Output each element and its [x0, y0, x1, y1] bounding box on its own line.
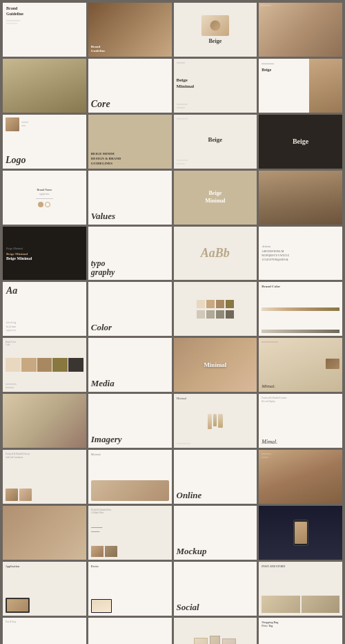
cell-hand-minimal: Minimal [88, 450, 172, 504]
values-label: Values [91, 211, 115, 222]
imagery-label: Imagery [91, 434, 122, 445]
beige-minimal-text: Beige Minimal [177, 77, 255, 90]
typography-label: typo graphy [91, 259, 115, 277]
cell-beige-coffee: Beige [174, 3, 257, 57]
cell-beige-minimal-1: ━━━━━━ Beige Minimal ━━━━━━━━━━━━━━ [174, 59, 257, 113]
cell-social: Social [174, 562, 257, 616]
cell-media: Media [88, 338, 172, 392]
cell-portrait-1: ━━━━━━━━ [259, 3, 342, 57]
cell-mimal-coffee: ━━━━━━━━━━━━ Mimal. [259, 338, 342, 392]
minimal-overlay: Minimal [204, 361, 226, 368]
cell-package: Package [88, 618, 172, 644]
cell-imagery: Imagery [88, 394, 172, 448]
cell-brand-color: Brand Color [259, 282, 342, 336]
cell-values: Values [88, 171, 172, 225]
cell-mockup: Mockup [174, 506, 257, 560]
cell-product-text: Produit & Handled ParisA Helpful Paris ━… [88, 506, 172, 560]
cell-beige-dark: Beige [259, 115, 342, 169]
beige-dark-label: Beige [293, 138, 308, 145]
font-chars: ABCDEFHJKLM NOPQRSTUVWXYZ 1234567890@#$%… [262, 249, 339, 262]
cell-minimal-bottles: Minimal ━━━━━━━━━━ [174, 394, 257, 448]
cell-beige-minimal-tan: Beige Minimal [174, 171, 257, 225]
cell-brand-photo: Brand Guideline [88, 3, 172, 57]
logo-label: Logo [6, 155, 83, 166]
beige-minimal-tan: Beige Minimal [205, 190, 225, 205]
cell-package-box [174, 618, 257, 644]
mimal-label: Mimal. [262, 383, 339, 389]
beige-label-2: Beige [177, 136, 255, 143]
cell-beige-2: ━━━━━━━━ Beige ━━━━━━━━━━━━━━ [174, 115, 257, 169]
shopping-label: Shopping Bag Price Tag [262, 621, 339, 628]
core-label: Core [91, 99, 110, 110]
cell-logo: ━━━━━━━━ Logo [3, 115, 86, 169]
cell-core: Core [88, 59, 172, 113]
cell-beige-portrait: ━━━━━━ Beige [259, 59, 342, 113]
brand-subtitle-lines: ━━━━━━━━━━ ━━━━━━━━ [6, 19, 83, 26]
animo-label: Animo [262, 245, 339, 248]
media-label: Media [91, 378, 115, 389]
cell-hand-photo [259, 171, 342, 225]
brand-color-label: Brand Color [262, 285, 339, 288]
cell-phone-mockup [259, 506, 342, 560]
cell-online: Online [174, 450, 257, 504]
cell-logo-sample: Brand Name tagline here [3, 171, 86, 225]
main-grid: Brand Guideline ━━━━━━━━━━ ━━━━━━━━ Bran… [3, 3, 342, 644]
color-label: Color [91, 322, 112, 333]
beige-label: Beige [209, 38, 222, 44]
cell-typography: typo graphy [88, 227, 172, 281]
cell-beige-guidelines: BEIGE MINIM DESIGN & BRAND GUIDELINES [88, 115, 172, 169]
cell-dark-card: Beige Minimal Beige Minimal Beige Minima… [3, 227, 86, 281]
cell-minimal-photo: Minimal [174, 338, 257, 392]
cell-mimal-text: Produced & Handled Creative& Look Displa… [259, 394, 342, 448]
cell-aa: Aa a b c d e f gh i j k l m no p q r s t… [3, 282, 86, 336]
cell-portrait-2: ━━━━━━━━━━━━ [259, 450, 342, 504]
page-container: Brand Guideline ━━━━━━━━━━ ━━━━━━━━ Bran… [0, 0, 345, 644]
cell-post-card: POST AND STORY [259, 562, 342, 616]
cell-swatches [174, 282, 257, 336]
cell-laptop: Application [3, 562, 86, 616]
cell-palette: Brand ColorCode ━━━━━━━━━━━━━━ [3, 338, 86, 392]
cell-font-sample: AaBb [174, 227, 257, 281]
social-label: Social [177, 602, 199, 613]
mockup-label: Mockup [177, 546, 207, 557]
cell-pottery [3, 394, 86, 448]
cell-product-1: Produced & Handled FactoryAnd And Conclu… [3, 450, 86, 504]
aabb-sample: AaBb [201, 246, 230, 261]
cell-pottery-2 [3, 506, 86, 560]
cell-shopping: Shopping Bag Price Tag Beige [259, 618, 342, 644]
cell-brand-text: Brand Guideline ━━━━━━━━━━ ━━━━━━━━ [3, 3, 86, 57]
brand-title: Brand Guideline [6, 6, 83, 17]
cell-device: Device [88, 562, 172, 616]
cell-post-story: Post & Story [3, 618, 86, 644]
cell-color: Color [88, 282, 172, 336]
guidelines-heading: BEIGE MINIM DESIGN & BRAND GUIDELINES [91, 151, 169, 166]
cell-landscape-nature [3, 59, 86, 113]
cell-alphabet: Animo ABCDEFHJKLM NOPQRSTUVWXYZ 12345678… [259, 227, 342, 281]
online-label: Online [177, 490, 202, 501]
